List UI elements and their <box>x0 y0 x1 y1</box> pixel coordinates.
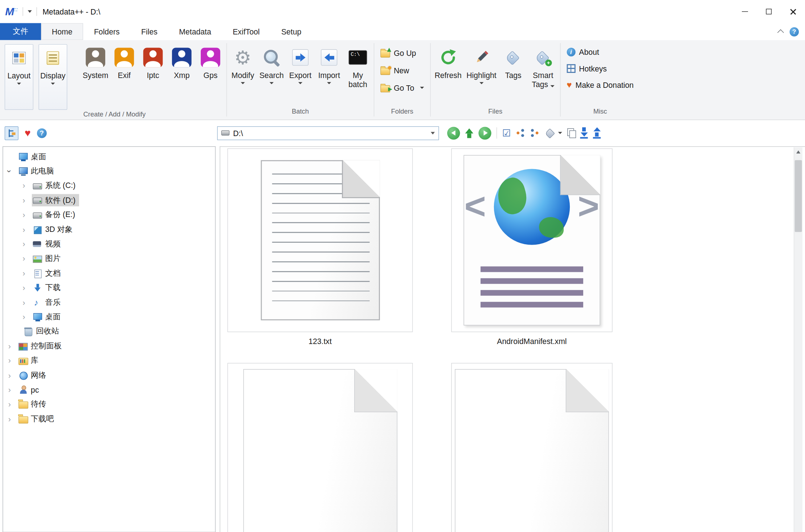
picture-icon <box>33 254 42 263</box>
tree-item-control-panel[interactable]: 控制面板 <box>3 339 215 353</box>
maximize-button[interactable] <box>757 0 781 23</box>
tree-item-desktop-sub[interactable]: 桌面 <box>3 310 215 324</box>
file-thumbnail[interactable] <box>228 148 413 332</box>
go-up-button[interactable]: Go Up <box>376 45 421 60</box>
file-card-androidmanifest-xml[interactable]: AndroidManifest.xml <box>451 148 612 345</box>
tree-item-pictures[interactable]: 图片 <box>3 251 215 266</box>
download-button[interactable] <box>580 127 588 139</box>
tree-item-desktop[interactable]: 桌面 <box>3 150 215 164</box>
tree-item-this-pc[interactable]: 此电脑 <box>3 164 215 179</box>
tree-item-daichuan[interactable]: 待传 <box>3 397 215 412</box>
up-button[interactable] <box>465 128 474 138</box>
my-batch-button[interactable]: My batch <box>344 44 372 89</box>
tags-button[interactable]: Tags <box>499 44 527 80</box>
tree-item-recycle-bin[interactable]: 回收站 <box>3 324 215 339</box>
file-thumbnail[interactable] <box>451 363 612 532</box>
address-bar[interactable] <box>217 126 439 140</box>
tree-item-pc[interactable]: pc <box>3 382 215 397</box>
gps-button[interactable]: Gps <box>197 44 224 80</box>
back-button[interactable] <box>447 127 460 139</box>
chevron-down-icon[interactable] <box>8 167 17 175</box>
upload-button[interactable] <box>593 127 601 139</box>
app-logo-icon[interactable]: M:: <box>5 6 18 17</box>
forward-button[interactable] <box>478 127 491 139</box>
chevron-right-icon[interactable] <box>23 313 32 321</box>
copy-icon[interactable] <box>567 128 575 138</box>
tab-setup[interactable]: Setup <box>270 23 312 40</box>
tab-exiftool[interactable]: ExifTool <box>222 23 270 40</box>
panel-help-icon[interactable] <box>37 128 47 138</box>
address-input[interactable] <box>233 128 427 137</box>
chevron-right-icon[interactable] <box>23 211 32 219</box>
minimize-button[interactable] <box>733 0 757 23</box>
collapse-ribbon-icon[interactable] <box>777 29 784 36</box>
iptc-button[interactable]: Iptc <box>139 44 167 80</box>
chevron-right-icon[interactable] <box>23 226 32 233</box>
close-button[interactable] <box>781 0 805 23</box>
chevron-right-icon[interactable] <box>8 342 17 350</box>
tree-item-network[interactable]: 网络 <box>3 368 215 382</box>
system-button[interactable]: System <box>82 44 109 80</box>
tree-item-drive-c[interactable]: 系统 (C:) <box>3 179 215 193</box>
vertical-scrollbar[interactable] <box>794 147 802 532</box>
tree-item-documents[interactable]: 文档 <box>3 266 215 281</box>
chevron-right-icon[interactable] <box>8 386 17 394</box>
file-card-blank-2[interactable] <box>451 363 612 532</box>
chevron-right-icon[interactable] <box>8 415 17 423</box>
file-card-blank-1[interactable] <box>228 363 413 532</box>
tree-options-button[interactable] <box>5 126 19 140</box>
xmp-button[interactable]: Xmp <box>168 44 196 80</box>
chevron-right-icon[interactable] <box>23 255 32 262</box>
tree-item-xiazaiba[interactable]: 下载吧 <box>3 412 215 426</box>
tag-filter-button[interactable] <box>545 127 562 139</box>
scrollbar-thumb[interactable] <box>795 160 802 232</box>
modify-button[interactable]: Modify <box>229 44 257 84</box>
display-button[interactable]: Display <box>38 44 67 110</box>
chevron-right-icon[interactable] <box>23 299 32 306</box>
hotkeys-button[interactable]: Hotkeys <box>562 61 612 76</box>
tree-item-libraries[interactable]: 库 <box>3 353 215 368</box>
chevron-right-icon[interactable] <box>23 197 32 204</box>
search-button[interactable]: Search <box>258 44 285 84</box>
node-view-alt-icon[interactable] <box>530 128 539 138</box>
tab-home[interactable]: Home <box>41 23 83 40</box>
favorites-heart-icon[interactable] <box>25 128 31 138</box>
node-view-icon[interactable] <box>516 128 525 138</box>
file-card-123-txt[interactable]: 123.txt <box>228 148 413 345</box>
tab-file[interactable]: 文件 <box>0 23 41 40</box>
layout-button[interactable]: Layout <box>5 44 33 110</box>
tree-item-downloads[interactable]: 下载 <box>3 281 215 295</box>
smart-tags-button[interactable]: Smart Tags <box>528 44 558 89</box>
refresh-button[interactable]: Refresh <box>433 44 463 80</box>
tab-files[interactable]: Files <box>130 23 168 40</box>
chevron-right-icon[interactable] <box>23 240 32 248</box>
tab-folders[interactable]: Folders <box>83 23 130 40</box>
tree-item-drive-d[interactable]: 软件 (D:) <box>3 193 215 208</box>
donation-button[interactable]: Make a Donation <box>562 77 638 92</box>
chevron-right-icon[interactable] <box>23 269 32 277</box>
chevron-right-icon[interactable] <box>8 357 17 364</box>
exif-button[interactable]: Exif <box>110 44 138 80</box>
help-icon[interactable] <box>790 27 799 36</box>
tree-item-music[interactable]: 音乐 <box>3 295 215 310</box>
chevron-right-icon[interactable] <box>23 182 32 189</box>
file-thumbnail[interactable] <box>228 363 413 532</box>
chevron-right-icon[interactable] <box>8 371 17 379</box>
highlight-button[interactable]: Highlight <box>465 44 498 84</box>
chevron-right-icon[interactable] <box>8 401 17 408</box>
select-checkbox-icon[interactable] <box>502 128 511 138</box>
quick-access-dropdown-icon[interactable] <box>28 10 32 13</box>
address-dropdown-icon[interactable] <box>431 132 435 134</box>
new-folder-button[interactable]: New <box>376 63 414 78</box>
chevron-right-icon[interactable] <box>23 284 32 292</box>
tree-item-3d-objects[interactable]: 3D 对象 <box>3 222 215 237</box>
tab-metadata[interactable]: Metadata <box>168 23 222 40</box>
tree-item-drive-e[interactable]: 备份 (E:) <box>3 208 215 222</box>
go-to-button[interactable]: Go To <box>376 80 428 95</box>
import-button[interactable]: Import <box>315 44 343 84</box>
scrollbar-up-button[interactable] <box>794 147 802 156</box>
export-button[interactable]: Export <box>286 44 314 84</box>
about-button[interactable]: About <box>562 44 604 60</box>
file-thumbnail[interactable] <box>451 148 612 332</box>
tree-item-videos[interactable]: 视频 <box>3 237 215 251</box>
